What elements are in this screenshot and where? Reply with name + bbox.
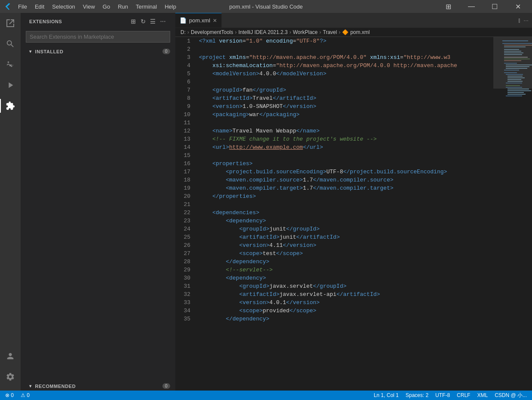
filter-icon[interactable]: ⊞ xyxy=(130,17,137,26)
sidebar-header: EXTENSIONS ⊞ ↻ ☰ ··· xyxy=(21,13,175,28)
sidebar-title: EXTENSIONS xyxy=(29,19,62,24)
menu-run[interactable]: Run xyxy=(115,3,131,11)
recommended-label: RECOMMENDED xyxy=(35,384,76,389)
activity-explorer[interactable] xyxy=(0,13,21,34)
installed-chevron-icon: ▾ xyxy=(29,49,32,54)
code-line-32: <artifactId>javax.servlet-api</artifactI… xyxy=(199,290,493,298)
breadcrumb-intellij[interactable]: IntelliJ IDEA 2021.2.3 xyxy=(238,29,288,35)
menu-view[interactable]: View xyxy=(80,3,98,11)
code-line-15 xyxy=(199,151,493,160)
activity-settings[interactable] xyxy=(0,366,21,387)
editor-tab-actions: ⫿ ··· xyxy=(514,13,532,28)
minimap-slider[interactable] xyxy=(493,37,532,89)
tab-pom-xml[interactable]: 📄 pom.xml ✕ xyxy=(175,13,222,28)
code-line-29: <!--servlet--> xyxy=(199,266,493,274)
minimap-content xyxy=(493,37,532,387)
code-line-3: <project xmlns="http://maven.apache.org/… xyxy=(199,53,493,62)
svg-rect-26 xyxy=(508,90,531,91)
clear-icon[interactable]: ☰ xyxy=(149,17,157,26)
eol-status[interactable]: CRLF xyxy=(455,392,472,398)
code-line-2 xyxy=(199,45,493,53)
breadcrumb-workplace[interactable]: WorkPlace xyxy=(293,29,318,35)
activity-extensions[interactable] xyxy=(0,95,21,116)
warnings-status[interactable]: ⚠ 0 xyxy=(19,392,31,398)
sidebar-extensions: EXTENSIONS ⊞ ↻ ☰ ··· ▾ INSTALLED 0 ▾ REC… xyxy=(21,13,175,391)
code-editor[interactable]: <?xml version="1.0" encoding="UTF-8"?> <… xyxy=(195,37,493,391)
svg-rect-29 xyxy=(506,95,522,96)
activity-source-control[interactable] xyxy=(0,54,21,75)
maximize-btn[interactable]: ☐ xyxy=(485,0,504,13)
minimize-btn[interactable]: — xyxy=(462,0,481,13)
editor-content[interactable]: 1 2 3 4 5 6 7 8 9 10 11 12 13 14 15 16 1… xyxy=(175,37,532,391)
activity-run[interactable] xyxy=(0,75,21,95)
editor-area: 📄 pom.xml ✕ ⫿ ··· D: › DevelopmentTools … xyxy=(175,13,532,391)
svg-rect-25 xyxy=(508,89,529,89)
status-right: Ln 1, Col 1 Spaces: 2 UTF-8 CRLF XML CSD… xyxy=(372,392,529,399)
cursor-position[interactable]: Ln 1, Col 1 xyxy=(372,392,401,398)
activity-search[interactable] xyxy=(0,34,21,54)
breadcrumb-devtools[interactable]: DevelopmentTools xyxy=(191,29,233,35)
more-actions-icon[interactable]: ··· xyxy=(159,17,167,26)
code-line-7: <groupId>fan</groupId> xyxy=(199,86,493,94)
tab-label: pom.xml xyxy=(189,17,210,24)
code-line-18: <maven.compiler.source>1.7</maven.compil… xyxy=(199,176,493,184)
code-line-33: <version>4.0.1</version> xyxy=(199,298,493,307)
menu-help[interactable]: Help xyxy=(162,3,179,11)
indentation[interactable]: Spaces: 2 xyxy=(404,392,430,398)
recommended-section-header[interactable]: ▾ RECOMMENDED 0 xyxy=(21,382,175,391)
csdn-status[interactable]: CSDN @ 小... xyxy=(493,392,529,399)
code-line-30: <dependency> xyxy=(199,274,493,282)
more-tab-actions-icon[interactable]: ··· xyxy=(523,17,529,24)
code-line-16: <properties> xyxy=(199,160,493,168)
installed-section-header[interactable]: ▾ INSTALLED 0 xyxy=(21,47,175,56)
breadcrumb-d[interactable]: D: xyxy=(180,29,186,35)
code-line-5: <modelVersion>4.0.0</modelVersion> xyxy=(199,70,493,78)
installed-label: INSTALLED xyxy=(35,49,64,54)
code-line-20: </properties> xyxy=(199,192,493,200)
code-line-24: <groupId>junit</groupId> xyxy=(199,225,493,233)
code-line-17: <project.build.sourceEncoding>UTF-8</pro… xyxy=(199,168,493,176)
code-line-11 xyxy=(199,119,493,127)
activity-account[interactable] xyxy=(0,346,21,366)
search-extensions[interactable] xyxy=(26,31,170,43)
menu-selection[interactable]: Selection xyxy=(49,3,77,11)
breadcrumb-file-icon: 🔶 xyxy=(342,29,349,35)
layout-toggle-btn[interactable]: ⊞ xyxy=(438,0,458,13)
title-bar-menu: File Edit Selection View Go Run Terminal… xyxy=(4,3,179,11)
menu-go[interactable]: Go xyxy=(100,3,113,11)
refresh-icon[interactable]: ↻ xyxy=(140,17,147,26)
menu-terminal[interactable]: Terminal xyxy=(133,3,159,11)
vscode-logo-icon xyxy=(4,3,11,10)
code-line-23: <dependency> xyxy=(199,217,493,225)
code-line-14: <url>http://www.example.com</url> xyxy=(199,143,493,151)
tab-close-btn[interactable]: ✕ xyxy=(213,18,217,24)
encoding-status[interactable]: UTF-8 xyxy=(434,392,452,398)
code-line-6 xyxy=(199,78,493,86)
main-layout: EXTENSIONS ⊞ ↻ ☰ ··· ▾ INSTALLED 0 ▾ REC… xyxy=(0,13,532,391)
search-extensions-input[interactable] xyxy=(26,31,170,43)
line-numbers: 1 2 3 4 5 6 7 8 9 10 11 12 13 14 15 16 1… xyxy=(175,37,195,391)
code-line-31: <groupId>javax.servlet</groupId> xyxy=(199,282,493,290)
code-line-1: <?xml version="1.0" encoding="UTF-8"?> xyxy=(199,37,493,45)
code-line-27: <scope>test</scope> xyxy=(199,249,493,258)
menu-file[interactable]: File xyxy=(15,3,30,11)
code-line-28: </dependency> xyxy=(199,258,493,266)
language-mode[interactable]: XML xyxy=(475,392,489,398)
menu-edit[interactable]: Edit xyxy=(32,3,47,11)
code-line-13: <!-- FIXME change it to the project's we… xyxy=(199,135,493,143)
errors-status[interactable]: ⊗ 0 xyxy=(3,392,15,398)
close-btn[interactable]: ✕ xyxy=(508,0,528,13)
minimap[interactable] xyxy=(493,37,532,391)
xml-file-icon: 📄 xyxy=(180,17,187,24)
breadcrumb-travel[interactable]: Travel xyxy=(323,29,337,35)
code-line-19: <maven.compiler.target>1.7</maven.compil… xyxy=(199,184,493,192)
code-line-25: <artifactId>junit</artifactId> xyxy=(199,233,493,241)
split-editor-icon[interactable]: ⫿ xyxy=(518,17,521,24)
code-line-10: <packaging>war</packaging> xyxy=(199,111,493,119)
code-line-4: xsi:schemaLocation="http://maven.apache.… xyxy=(199,62,493,70)
activity-bar xyxy=(0,13,21,391)
svg-rect-27 xyxy=(508,92,524,93)
breadcrumb-pomxml[interactable]: pom.xml xyxy=(350,29,370,35)
window-controls: ⊞ — ☐ ✕ xyxy=(438,0,528,13)
code-line-26: <version>4.11</version> xyxy=(199,241,493,249)
